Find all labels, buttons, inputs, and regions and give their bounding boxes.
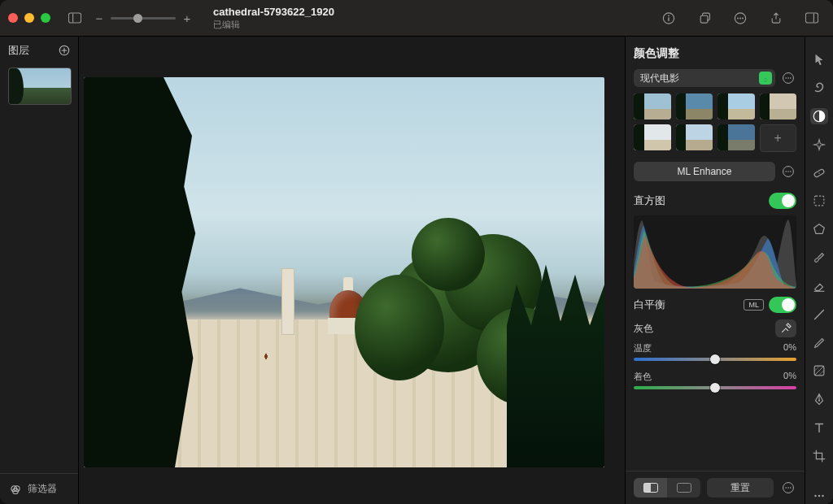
tool-styles[interactable]: [810, 80, 828, 97]
preset-thumb[interactable]: [676, 124, 713, 150]
svg-rect-25: [643, 484, 651, 493]
tool-zoom[interactable]: [810, 487, 828, 504]
temperature-slider[interactable]: [634, 358, 796, 361]
tint-label: 着色: [634, 371, 652, 383]
before-after-segment[interactable]: [634, 478, 700, 497]
tool-pen[interactable]: [810, 391, 828, 408]
window-close[interactable]: [8, 13, 18, 23]
zoom-in-button[interactable]: +: [181, 11, 194, 24]
svg-point-3: [668, 15, 669, 16]
tool-crop[interactable]: [810, 447, 828, 464]
svg-point-30: [790, 487, 792, 489]
gray-label: 灰色: [634, 322, 653, 336]
duplicate-button[interactable]: [691, 8, 717, 28]
share-icon: [770, 11, 783, 24]
preset-add-button[interactable]: +: [760, 124, 797, 152]
more-button[interactable]: [727, 8, 753, 28]
svg-point-39: [822, 494, 824, 497]
info-button[interactable]: [656, 8, 682, 28]
svg-rect-5: [700, 15, 708, 23]
preset-select[interactable]: 现代电影: [634, 69, 775, 87]
layer-thumbnail[interactable]: [8, 67, 72, 105]
preset-thumb[interactable]: [717, 124, 755, 150]
tool-smudge[interactable]: [810, 306, 828, 323]
svg-point-7: [737, 17, 739, 19]
segment-full-icon: [667, 478, 700, 497]
preset-thumb[interactable]: [676, 93, 713, 119]
tint-slider[interactable]: [634, 386, 796, 389]
panel-right-icon: [805, 11, 818, 24]
preset-options-button[interactable]: [780, 70, 796, 86]
tint-value: 0%: [783, 371, 796, 383]
histogram-label: 直方图: [634, 193, 665, 208]
document-title: cathedral-5793622_1920: [213, 7, 334, 19]
svg-point-38: [818, 494, 821, 497]
zoom-slider[interactable]: [111, 17, 176, 20]
svg-rect-0: [68, 13, 81, 23]
svg-point-17: [785, 77, 787, 79]
sidebar-icon: [68, 11, 81, 24]
ml-enhance-button[interactable]: ML Enhance: [634, 162, 775, 181]
inspector-panel: 颜色调整 现代电影 + ML Enhance: [625, 37, 805, 504]
chevron-updown-icon: [759, 72, 772, 85]
svg-point-18: [787, 77, 789, 79]
white-balance-label: 白平衡: [634, 298, 665, 312]
svg-point-28: [785, 487, 787, 489]
tool-pointer[interactable]: [810, 51, 828, 68]
titlebar: − + cathedral-5793622_1920 已编辑: [0, 0, 833, 37]
svg-rect-34: [814, 197, 824, 206]
zoom-out-button[interactable]: −: [93, 11, 106, 24]
svg-point-22: [787, 171, 789, 172]
tool-select[interactable]: [810, 193, 828, 210]
window-minimize[interactable]: [24, 13, 34, 23]
preset-thumb[interactable]: [717, 93, 755, 119]
tool-color-adjust[interactable]: [810, 108, 828, 125]
tool-clone[interactable]: [810, 334, 828, 351]
image-canvas[interactable]: [84, 77, 604, 467]
white-balance-toggle[interactable]: [769, 297, 796, 313]
sidebar-toggle-button[interactable]: [62, 8, 88, 28]
tool-type[interactable]: [810, 419, 828, 437]
layers-title: 图层: [8, 43, 29, 58]
add-layer-button[interactable]: [59, 45, 70, 56]
inspector-title: 颜色调整: [634, 46, 796, 61]
tool-shape[interactable]: [810, 221, 828, 238]
gray-eyedropper-button[interactable]: [775, 319, 796, 337]
filter-button-label[interactable]: 筛选器: [28, 482, 57, 496]
histogram-toggle[interactable]: [769, 193, 796, 209]
svg-point-36: [818, 400, 820, 402]
preset-thumb[interactable]: [634, 124, 671, 150]
ml-badge[interactable]: ML: [744, 299, 764, 311]
svg-rect-10: [805, 13, 818, 23]
svg-rect-4: [668, 17, 669, 21]
svg-point-9: [742, 17, 744, 19]
share-button[interactable]: [763, 8, 789, 28]
ml-enhance-options-button[interactable]: [780, 163, 796, 180]
preset-select-value: 现代电影: [640, 72, 679, 85]
inspector-foot-more-button[interactable]: [780, 480, 796, 496]
tool-gradient[interactable]: [810, 363, 828, 380]
tool-erase[interactable]: [810, 278, 828, 295]
canvas-cypress: [84, 77, 198, 467]
preset-thumb[interactable]: [760, 93, 797, 119]
tool-retouch[interactable]: [810, 164, 828, 181]
window-zoom[interactable]: [41, 13, 50, 23]
canvas-area[interactable]: [79, 37, 625, 504]
preset-thumb[interactable]: [634, 93, 671, 119]
document-status: 已编辑: [213, 20, 334, 30]
reset-label: 重置: [731, 481, 750, 495]
inspector-toggle-button[interactable]: [799, 8, 825, 28]
svg-point-8: [739, 17, 741, 19]
svg-point-23: [790, 171, 792, 172]
tool-paint[interactable]: [810, 250, 828, 267]
svg-point-19: [790, 77, 792, 79]
duplicate-icon: [698, 11, 711, 24]
temperature-value: 0%: [783, 342, 796, 354]
tool-strip: [805, 37, 833, 504]
svg-point-37: [814, 494, 817, 497]
tool-effects[interactable]: [810, 136, 828, 153]
filter-icon: [10, 484, 21, 495]
ml-enhance-label: ML Enhance: [678, 166, 732, 177]
temperature-label: 温度: [634, 342, 652, 354]
reset-button[interactable]: 重置: [707, 478, 774, 497]
